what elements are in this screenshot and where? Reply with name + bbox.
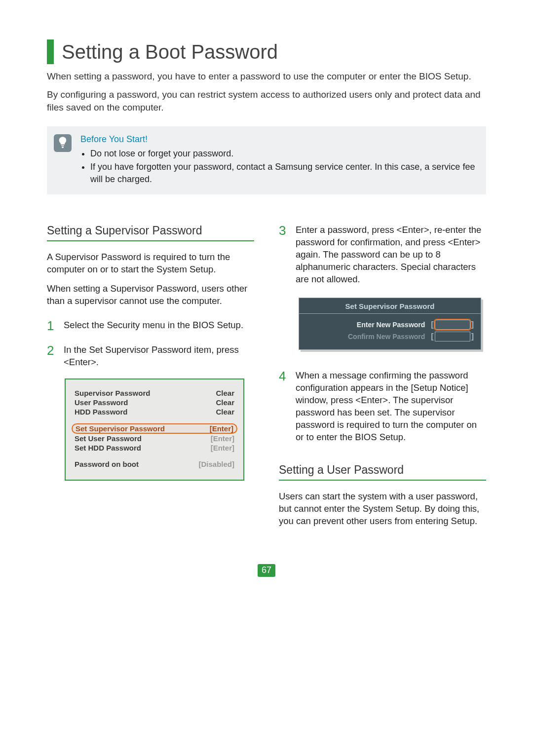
bracket-icon: [ [431,332,433,341]
bios-label: HDD Password [75,408,128,416]
bios-label: Set User Password [75,434,142,443]
step-1: 1 Select the Security menu in the BIOS S… [47,319,254,332]
bios-label: Password on boot [75,460,139,468]
step-3: 3 Enter a password, press <Enter>, re-en… [279,224,486,286]
page-title: Setting a Boot Password [62,41,278,63]
step-number: 2 [47,344,57,369]
bios-label: Set Supervisor Password [76,424,165,433]
bios-dialog-label: Enter New Password [357,321,425,329]
bracket-icon: [ [431,320,433,329]
step-number: 1 [47,319,57,332]
bios-label: Set HDD Password [75,444,141,452]
section-rule [279,480,486,481]
step-2: 2 In the Set Supervisor Password item, p… [47,344,254,369]
note-item-2: If you have forgotten your password, con… [90,161,477,186]
bracket-icon: ] [471,332,474,341]
intro-paragraph-1: When setting a password, you have to ent… [47,70,486,83]
bios-value: Clear [216,408,234,416]
section-title-supervisor: Setting a Supervisor Password [47,224,254,237]
intro-paragraph-2: By configuring a password, you can restr… [47,88,486,114]
step-4: 4 When a message confirming the password… [279,370,486,444]
supervisor-para-2: When setting a Supervisor Password, user… [47,283,254,307]
password-input [435,332,470,341]
left-column: Setting a Supervisor Password A Supervis… [47,224,254,534]
bios-value: Clear [216,398,234,407]
bios-row: User Password Clear [75,398,234,407]
bios-dialog-row: Confirm New Password [ ] [304,331,474,342]
before-you-start-note: Before You Start! Do not lose or forget … [47,126,486,195]
step-3-text: Enter a password, press <Enter>, re-ente… [296,224,486,286]
note-heading: Before You Start! [80,134,477,145]
bios-value: [Enter] [211,444,234,452]
bios-security-screenshot: Supervisor Password Clear User Password … [65,378,244,481]
step-1-text: Select the Security menu in the BIOS Set… [64,319,243,332]
title-accent-bar [47,39,54,64]
bios-value: Clear [216,389,234,397]
bios-dialog-row: Enter New Password [ ] [304,319,474,331]
bios-row: HDD Password Clear [75,407,234,416]
page-title-block: Setting a Boot Password [47,39,486,64]
supervisor-para-1: A Supervisor Password is required to tur… [47,251,254,276]
bios-row: Password on boot [Disabled] [75,459,234,469]
page-number-badge: 67 [47,564,486,577]
section-title-user: Setting a User Password [279,463,486,477]
bios-dialog-label: Confirm New Password [348,333,425,340]
intro-text: When setting a password, you have to ent… [47,70,486,114]
right-column: 3 Enter a password, press <Enter>, re-en… [279,224,486,534]
step-4-text: When a message confirming the password c… [296,370,486,444]
bios-dialog-title: Set Supervisor Password [299,298,481,313]
bios-row: Set User Password [Enter] [75,434,234,443]
bios-row: Supervisor Password Clear [75,388,234,398]
page-number: 67 [258,564,275,577]
note-item-1: Do not lose or forget your password. [90,148,477,160]
step-2-text: In the Set Supervisor Password item, pre… [64,344,254,369]
bios-row-highlighted: Set Supervisor Password [Enter] [72,423,237,434]
password-input-highlighted [435,320,470,330]
bios-value: [Enter] [211,434,234,443]
bios-row: Set HDD Password [Enter] [75,443,234,453]
user-password-para: Users can start the system with a user p… [279,491,486,528]
bios-label: Supervisor Password [75,389,150,397]
bios-password-dialog: Set Supervisor Password Enter New Passwo… [299,298,481,350]
bios-value: [Enter] [210,424,233,433]
lightbulb-icon [54,134,72,152]
bios-value: [Disabled] [198,460,234,468]
bracket-icon: ] [471,320,474,329]
step-number: 4 [279,370,289,444]
step-number: 3 [279,224,289,286]
section-rule [47,240,254,241]
bios-label: User Password [75,398,128,407]
